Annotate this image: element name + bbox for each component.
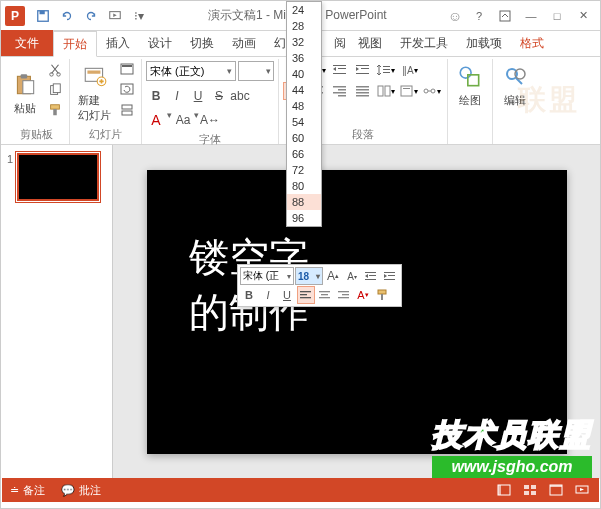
align-right-button[interactable] [329,82,351,100]
close-icon[interactable]: ✕ [570,6,596,26]
size-option-28[interactable]: 28 [287,18,321,34]
underline-button[interactable]: U [188,86,208,106]
svg-rect-55 [356,92,369,94]
smartart-button[interactable]: ▾ [421,82,443,100]
svg-rect-57 [378,86,383,96]
svg-point-62 [431,89,435,93]
size-option-96[interactable]: 96 [287,210,321,226]
tab-developer[interactable]: 开发工具 [391,30,457,56]
mini-align-right-button[interactable] [335,286,353,304]
tab-transitions[interactable]: 切换 [181,30,223,56]
increase-indent-button[interactable] [352,61,374,79]
mini-align-left-button[interactable] [297,286,315,304]
slideshow-view-icon[interactable] [573,482,591,498]
qat-dropdown-icon[interactable]: ⁝▾ [129,6,149,26]
size-option-48[interactable]: 48 [287,98,321,114]
strike-button[interactable]: S [209,86,229,106]
svg-rect-72 [384,279,395,280]
font-size-combo[interactable] [238,61,274,81]
undo-icon[interactable] [57,6,77,26]
svg-rect-75 [300,297,311,298]
sorter-view-icon[interactable] [521,482,539,498]
svg-rect-88 [524,491,529,495]
size-option-32[interactable]: 32 [287,34,321,50]
svg-rect-80 [342,294,349,295]
char-spacing-button[interactable]: A↔ [200,110,220,130]
copy-icon[interactable] [45,81,65,99]
svg-rect-6 [23,80,34,93]
size-option-24[interactable]: 24 [287,2,321,18]
svg-rect-20 [122,111,132,115]
drawing-button[interactable]: 绘图 [452,61,488,110]
reading-view-icon[interactable] [547,482,565,498]
maximize-icon[interactable]: □ [544,6,570,26]
ribbon-collapse-icon[interactable] [492,6,518,26]
notes-button[interactable]: ≐ 备注 [10,483,45,498]
tab-animations[interactable]: 动画 [223,30,265,56]
mini-underline-button[interactable]: U [278,286,296,304]
font-name-combo[interactable]: 宋体 (正文) [146,61,236,81]
tab-file[interactable]: 文件 [1,30,53,56]
cut-icon[interactable] [45,61,65,79]
line-spacing-button[interactable]: ▾ [375,61,397,79]
mini-decrease-font-icon[interactable]: A▾ [343,267,361,285]
mini-font-combo[interactable]: 宋体 (正 [240,267,294,285]
slideshow-qat-icon[interactable] [105,6,125,26]
mini-bold-button[interactable]: B [240,286,258,304]
redo-icon[interactable] [81,6,101,26]
tab-format[interactable]: 格式 [511,30,553,56]
size-option-66[interactable]: 66 [287,146,321,162]
shadow-button[interactable]: abc [230,86,250,106]
size-option-80[interactable]: 80 [287,178,321,194]
paste-button[interactable]: 粘贴 [7,61,43,125]
mini-increase-indent-icon[interactable] [381,267,399,285]
size-option-88[interactable]: 88 [287,194,321,210]
size-option-72[interactable]: 72 [287,162,321,178]
align-text-button[interactable]: ▾ [398,82,420,100]
mini-increase-font-icon[interactable]: A▴ [324,267,342,285]
italic-button[interactable]: I [167,86,187,106]
font-color-button[interactable]: A [146,110,166,130]
normal-view-icon[interactable] [495,482,513,498]
tab-design[interactable]: 设计 [139,30,181,56]
size-option-40[interactable]: 40 [287,66,321,82]
bold-button[interactable]: B [146,86,166,106]
tab-insert[interactable]: 插入 [97,30,139,56]
mini-format-painter-icon[interactable] [373,286,391,304]
mini-italic-button[interactable]: I [259,286,277,304]
mini-decrease-indent-icon[interactable] [362,267,380,285]
tab-home[interactable]: 开始 [53,31,97,57]
justify-button[interactable] [352,82,374,100]
format-painter-icon[interactable] [45,101,65,119]
thumbnail-item[interactable]: 1 [7,153,106,201]
columns-button[interactable]: ▾ [375,82,397,100]
smiley-icon[interactable]: ☺ [448,8,462,24]
font-size-dropdown[interactable]: 2428323640444854606672808896 [286,1,322,227]
decrease-indent-button[interactable] [329,61,351,79]
tab-view[interactable]: 视图 [349,30,391,56]
mini-size-combo[interactable]: 18 [295,267,323,285]
help-icon[interactable]: ? [466,6,492,26]
new-slide-label: 新建 幻灯片 [78,93,111,123]
layout-icon[interactable] [117,61,137,79]
size-option-60[interactable]: 60 [287,130,321,146]
save-icon[interactable] [33,6,53,26]
mini-font-color-button[interactable]: A▾ [354,286,372,304]
minimize-icon[interactable]: — [518,6,544,26]
mini-toolbar: 宋体 (正 18 A▴ A▾ B I U A▾ [237,264,402,307]
size-option-54[interactable]: 54 [287,114,321,130]
comments-button[interactable]: 💬 批注 [61,483,101,498]
tab-addins[interactable]: 加载项 [457,30,511,56]
svg-rect-89 [531,491,536,495]
svg-rect-49 [333,86,346,88]
new-slide-button[interactable]: 新建 幻灯片 [74,61,115,125]
section-icon[interactable] [117,101,137,119]
text-direction-button[interactable]: ‖A▾ [398,61,420,79]
size-option-44[interactable]: 44 [287,82,321,98]
size-option-36[interactable]: 36 [287,50,321,66]
slide[interactable]: 镂空字 的制作 [147,170,567,454]
change-case-button[interactable]: Aa [173,110,193,130]
reset-icon[interactable] [117,81,137,99]
tab-review-truncated[interactable]: 阅 [331,30,349,56]
mini-align-center-button[interactable] [316,286,334,304]
